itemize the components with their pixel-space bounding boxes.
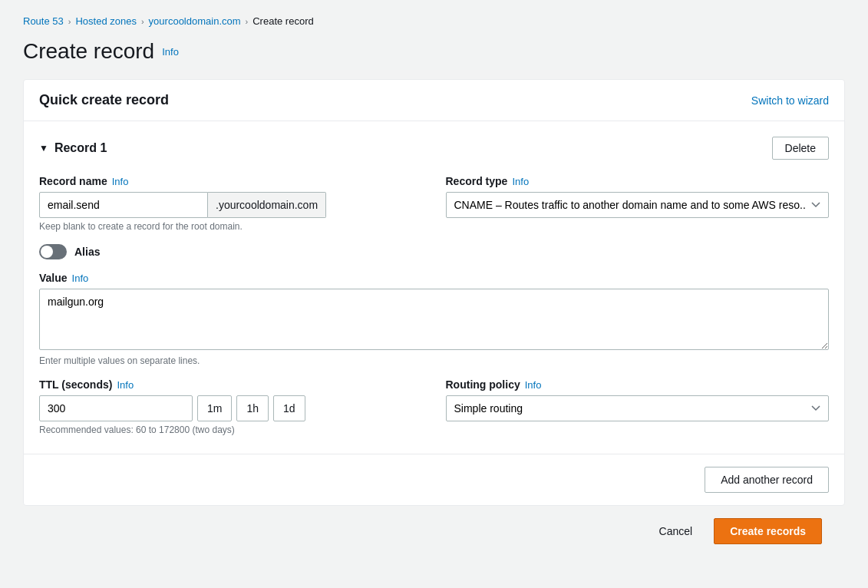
bottom-bar: Cancel Create records [23,506,845,557]
breadcrumb-route53[interactable]: Route 53 [23,15,64,27]
name-type-row: Record name Info .yourcooldomain.com Kee… [39,175,829,232]
ttl-hint: Recommended values: 60 to 172800 (two da… [39,424,423,435]
create-records-button[interactable]: Create records [714,518,822,544]
record-name-col: Record name Info .yourcooldomain.com Kee… [39,175,423,232]
record-header: ▼ Record 1 Delete [39,137,829,160]
value-info-link[interactable]: Info [72,273,89,284]
routing-policy-info-link[interactable]: Info [525,379,542,391]
delete-button[interactable]: Delete [772,137,829,160]
alias-toggle[interactable] [39,244,67,259]
record-type-select[interactable]: CNAME – Routes traffic to another domain… [446,192,830,218]
value-section: Value Info mailgun.org Enter multiple va… [39,272,829,366]
switch-to-wizard-link[interactable]: Switch to wizard [751,94,829,107]
cancel-button[interactable]: Cancel [647,519,705,543]
record-footer: Add another record [24,454,844,505]
ttl-info-link[interactable]: Info [117,379,134,391]
ttl-col: TTL (seconds) Info 1m 1h 1d Recommended … [39,378,423,435]
ttl-label: TTL (seconds) Info [39,378,423,391]
breadcrumb-hosted-zones[interactable]: Hosted zones [75,15,137,27]
ttl-inputs: 1m 1h 1d [39,395,423,421]
page-info-link[interactable]: Info [162,46,179,58]
ttl-1h-button[interactable]: 1h [236,395,269,421]
alias-row: Alias [39,244,829,259]
value-label: Value Info [39,272,829,284]
ttl-routing-row: TTL (seconds) Info 1m 1h 1d Recommended … [39,378,829,435]
record-title: Record 1 [54,141,107,155]
breadcrumb-sep-2: › [141,17,144,26]
record-name-input[interactable] [39,192,208,218]
record-title-row: ▼ Record 1 [39,141,107,155]
collapse-icon[interactable]: ▼ [39,143,48,154]
record-name-hint: Keep blank to create a record for the ro… [39,221,423,232]
page-title: Create record Info [23,39,845,64]
breadcrumb: Route 53 › Hosted zones › yourcooldomain… [23,15,845,27]
value-textarea[interactable]: mailgun.org [39,289,829,350]
breadcrumb-sep-3: › [246,17,249,26]
domain-suffix: .yourcooldomain.com [208,192,326,218]
ttl-input[interactable] [39,395,193,421]
record-type-info-link[interactable]: Info [512,176,529,187]
ttl-1d-button[interactable]: 1d [273,395,305,421]
record-name-row: .yourcooldomain.com [39,192,423,218]
routing-col: Routing policy Info Simple routing Weigh… [446,378,830,421]
record-type-col: Record type Info CNAME – Routes traffic … [446,175,830,232]
record-name-info-link[interactable]: Info [112,176,129,187]
alias-label: Alias [74,246,100,258]
breadcrumb-current: Create record [252,15,313,27]
routing-policy-label: Routing policy Info [446,378,830,391]
card-header: Quick create record Switch to wizard [24,80,844,121]
routing-policy-select[interactable]: Simple routing Weighted Latency Failover… [446,395,830,421]
record-name-label: Record name Info [39,175,423,187]
card-title: Quick create record [39,92,169,108]
ttl-1m-button[interactable]: 1m [197,395,232,421]
record-type-label: Record type Info [446,175,830,187]
add-another-record-button[interactable]: Add another record [705,467,829,493]
breadcrumb-domain[interactable]: yourcooldomain.com [149,15,241,27]
breadcrumb-sep-1: › [68,17,71,26]
main-card: Quick create record Switch to wizard ▼ R… [23,79,845,506]
value-hint: Enter multiple values on separate lines. [39,355,829,366]
record-section: ▼ Record 1 Delete Record name Info .your… [24,121,844,454]
